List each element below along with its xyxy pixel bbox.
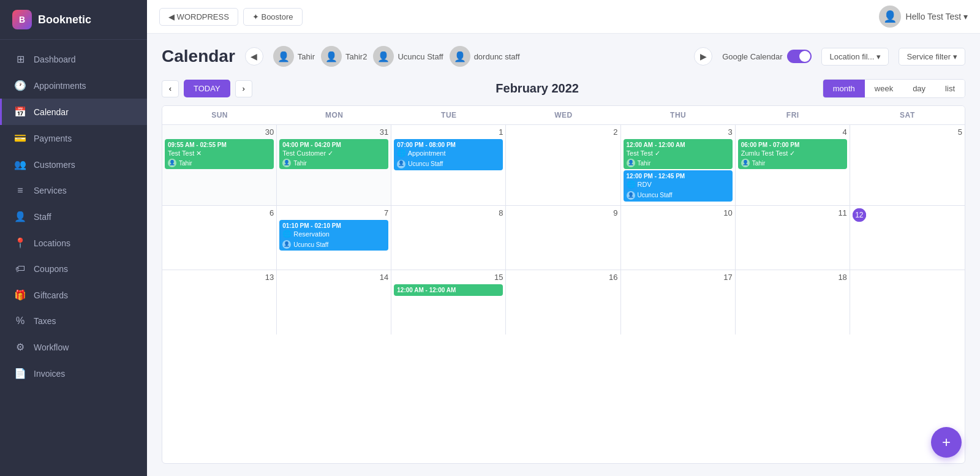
sidebar-item-taxes[interactable]: % Taxes: [0, 308, 147, 334]
sidebar-item-label: Workflow: [34, 342, 69, 352]
calendar-cell: 6: [162, 206, 277, 270]
sidebar-item-coupons[interactable]: 🏷 Coupons: [0, 256, 147, 282]
calendar-event[interactable]: 12:00 AM - 12:00 AM: [394, 284, 503, 296]
calendar-cell: 18: [736, 270, 850, 334]
calendar-cell: 5: [850, 125, 965, 205]
cell-date: 30: [165, 127, 274, 137]
sidebar-item-services[interactable]: ≡ Services: [0, 178, 147, 203]
sidebar-item-locations[interactable]: 📍 Locations: [0, 230, 147, 256]
sidebar-item-label: Coupons: [34, 264, 68, 274]
event-staff-avatar: 👤: [282, 240, 291, 249]
view-btn-week[interactable]: week: [865, 80, 903, 97]
appointments-icon: 🕐: [14, 80, 26, 91]
view-btn-day[interactable]: day: [903, 80, 935, 97]
logo-text: Booknetic: [38, 13, 91, 26]
cell-date: 14: [279, 273, 388, 282]
event-staff-name: Tahir: [179, 159, 192, 167]
staff-item[interactable]: 👤 dordunc staff: [450, 46, 520, 67]
event-staff-name: Tahir: [638, 159, 651, 167]
calendar-header: Calendar ◀ 👤 Tahir👤 Tahir2👤 Ucuncu Staff…: [162, 46, 965, 67]
sidebar-item-payments[interactable]: 💳 Payments: [0, 125, 147, 151]
calendar-event[interactable]: 06:00 PM - 07:00 PM Zumlu Test Test ✓ 👤 …: [738, 139, 847, 169]
next-month-button[interactable]: ›: [235, 80, 252, 97]
staff-item[interactable]: 👤 Ucuncu Staff: [373, 46, 443, 67]
staff-avatar: 👤: [450, 46, 470, 67]
event-staff-avatar: 👤: [282, 159, 291, 167]
calendar-days-header: SUNMONTUEWEDTHUFRISAT: [162, 106, 965, 125]
calendar-event[interactable]: 04:00 PM - 04:20 PM Test Customer ✓ 👤 Ta…: [279, 139, 388, 169]
service-filter-button[interactable]: Service filter ▾: [899, 48, 965, 66]
topbar-right: 👤 Hello Test Test ▾: [879, 6, 968, 28]
page-title: Calendar: [162, 47, 235, 66]
calendar-event[interactable]: 01:10 PM - 02:10 PM 🌐 Reservation 👤 Ucun…: [279, 220, 388, 251]
calendar-cell: 16: [506, 270, 620, 334]
staff-name: Ucuncu Staff: [398, 52, 443, 61]
staff-item[interactable]: 👤 Tahir2: [321, 46, 367, 67]
sidebar-nav: ⊞ Dashboard🕐 Appointments📅 Calendar💳 Pay…: [0, 40, 147, 476]
cell-date: 12: [853, 208, 866, 222]
staff-item[interactable]: 👤 Tahir: [273, 46, 315, 67]
prev-month-button[interactable]: ‹: [162, 80, 179, 97]
view-btn-list[interactable]: list: [935, 80, 965, 97]
logo-icon: B: [12, 10, 32, 29]
event-staff-name: Tahir: [293, 159, 307, 167]
boostore-button[interactable]: ✦ Boostore: [243, 8, 303, 26]
calendar-cell: 13: [162, 270, 277, 334]
calendar-cell: 107:00 PM - 08:00 PM 🌐 Appointment 👤 Ucu…: [391, 125, 506, 205]
calendar-event[interactable]: 12:00 AM - 12:00 AM Test Test ✓ 👤 Tahir: [624, 139, 733, 169]
calendar-cell: 10: [621, 206, 736, 270]
sidebar-item-calendar[interactable]: 📅 Calendar: [0, 99, 147, 125]
day-name-tue: TUE: [391, 106, 506, 124]
topbar: ◀ WORDPRESS ✦ Boostore 👤 Hello Test Test…: [147, 0, 980, 34]
sidebar-item-label: Appointments: [34, 81, 86, 91]
wordpress-button[interactable]: ◀ WORDPRESS: [159, 8, 238, 26]
calendar-event[interactable]: 12:00 PM - 12:45 PM 🌐 RDV 👤 Ucuncu Staff: [624, 170, 733, 202]
sidebar-item-label: Staff: [34, 212, 51, 222]
staff-avatars-list: 👤 Tahir👤 Tahir2👤 Ucuncu Staff👤 dordunc s…: [273, 46, 684, 67]
google-calendar-label: Google Calendar: [722, 52, 782, 61]
staff-avatar: 👤: [273, 46, 294, 67]
sidebar-item-label: Customers: [34, 160, 75, 170]
topbar-left: ◀ WORDPRESS ✦ Boostore: [159, 8, 303, 26]
cell-date: 4: [738, 127, 847, 137]
sidebar-item-workflow[interactable]: ⚙ Workflow: [0, 334, 147, 360]
sidebar-item-invoices[interactable]: 📄 Invoices: [0, 360, 147, 387]
dashboard-icon: ⊞: [14, 53, 26, 65]
staff-name: dordunc staff: [474, 52, 520, 61]
event-staff-name: Tahir: [752, 159, 766, 167]
calendar-event[interactable]: 07:00 PM - 08:00 PM 🌐 Appointment 👤 Ucun…: [394, 139, 503, 170]
cell-date: 13: [165, 273, 274, 282]
sidebar-item-staff[interactable]: 👤 Staff: [0, 203, 147, 230]
calendar-cell: 701:10 PM - 02:10 PM 🌐 Reservation 👤 Ucu…: [277, 206, 391, 270]
calendar-cell: 3104:00 PM - 04:20 PM Test Customer ✓ 👤 …: [277, 125, 391, 205]
sidebar-item-customers[interactable]: 👥 Customers: [0, 151, 147, 178]
sidebar-logo: B Booknetic: [0, 0, 147, 40]
sidebar-item-giftcards[interactable]: 🎁 Giftcards: [0, 282, 147, 308]
giftcards-icon: 🎁: [14, 289, 26, 301]
sidebar-item-dashboard[interactable]: ⊞ Dashboard: [0, 46, 147, 72]
add-appointment-button[interactable]: +: [931, 427, 962, 458]
calendar-event[interactable]: 09:55 AM - 02:55 PM Test Test ✕ 👤 Tahir: [165, 139, 274, 169]
cell-date: 10: [624, 208, 733, 217]
event-staff-name: Ucuncu Staff: [293, 241, 328, 249]
sidebar-item-appointments[interactable]: 🕐 Appointments: [0, 72, 147, 99]
user-greeting[interactable]: Hello Test Test ▾: [906, 12, 968, 21]
location-filter-button[interactable]: Location fil... ▾: [821, 48, 889, 66]
google-calendar-toggle[interactable]: [787, 50, 812, 63]
staff-name: Tahir2: [345, 52, 367, 61]
today-button[interactable]: TODAY: [184, 80, 230, 97]
sidebar-item-label: Calendar: [34, 107, 69, 117]
calendar-cell: 11: [736, 206, 850, 270]
locations-icon: 📍: [14, 237, 26, 249]
day-name-wed: WED: [506, 106, 620, 124]
staff-prev-button[interactable]: ◀: [245, 47, 263, 66]
cell-date: 9: [508, 208, 617, 217]
sidebar-item-label: Payments: [34, 134, 72, 143]
calendar-cell: 3009:55 AM - 02:55 PM Test Test ✕ 👤 Tahi…: [162, 125, 277, 205]
calendar-row: 13141512:00 AM - 12:00 AM161718: [162, 270, 965, 334]
month-title: February 2022: [496, 81, 579, 96]
staff-next-button[interactable]: ▶: [694, 47, 712, 66]
view-btn-month[interactable]: month: [823, 80, 865, 97]
calendar-body: 3009:55 AM - 02:55 PM Test Test ✕ 👤 Tahi…: [162, 125, 965, 463]
calendar-row: 3009:55 AM - 02:55 PM Test Test ✕ 👤 Tahi…: [162, 125, 965, 206]
